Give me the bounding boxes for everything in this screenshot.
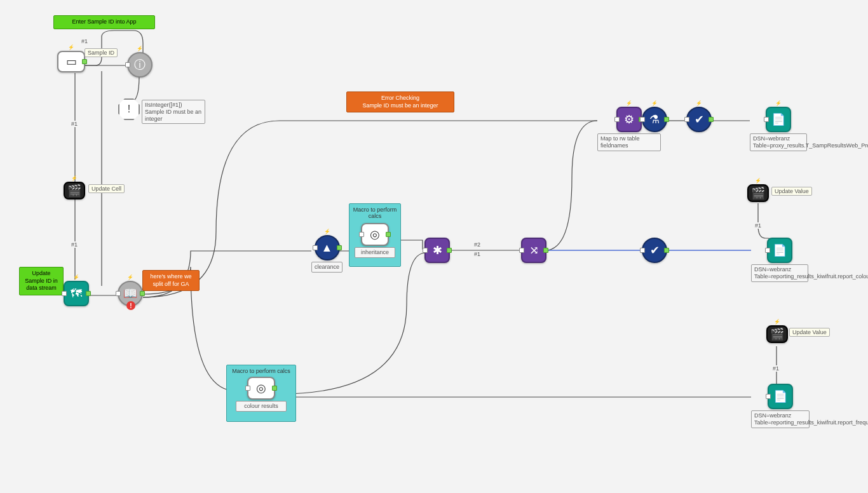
action-tool-update-value-2[interactable]: ⚡ 🎬 bbox=[766, 325, 788, 343]
lightning-icon: ⚡ bbox=[775, 100, 782, 106]
error-indicator-icon: ! bbox=[126, 301, 135, 310]
label-map-fieldnames: Map to rw table fieldnames bbox=[597, 133, 661, 151]
lightning-icon: ⚡ bbox=[137, 46, 143, 51]
lightning-icon: ⚡ bbox=[71, 175, 78, 181]
message-tool[interactable]: ⚡ ⓘ bbox=[127, 52, 153, 78]
select-tool-top[interactable]: ⚡ ✔ bbox=[686, 107, 712, 132]
lightning-icon: ⚡ bbox=[68, 44, 74, 50]
wire-label-2: #2 bbox=[473, 241, 482, 248]
output-tool-1[interactable]: ⚡ 📄 DSN=webranz Table=proxy_results.T_Sa… bbox=[750, 107, 807, 151]
label-update-value-1: Update Value bbox=[771, 187, 812, 196]
macro-container-1[interactable]: Macro to perform calcs ◎ inheritance bbox=[349, 203, 401, 267]
wire-label-1c: #1 bbox=[70, 241, 79, 248]
lightning-icon: ⚡ bbox=[755, 178, 761, 184]
macro-title-1: Macro to perform calcs bbox=[352, 206, 398, 219]
dynamic-select-tool[interactable]: ⚡ 📖 ! bbox=[118, 281, 143, 306]
annotation-split-ga[interactable]: here's where we split off for GA bbox=[142, 270, 200, 291]
label-update-cell: Update Cell bbox=[88, 184, 125, 193]
label-inheritance: inheritance bbox=[355, 247, 395, 258]
macro-title-2: Macro to perform calcs bbox=[229, 368, 293, 374]
macro-container-2[interactable]: Macro to perform calcs ◎ colour results bbox=[226, 365, 296, 422]
annotation-update-sample[interactable]: Update Sample ID in data stream bbox=[19, 267, 64, 295]
output-caption-1: DSN=webranz Table=proxy_results.T_SampRe… bbox=[750, 133, 807, 151]
lightning-icon: ⚡ bbox=[696, 100, 702, 106]
output-caption-2: DSN=webranz Table=reporting_results_kiwi… bbox=[751, 264, 808, 282]
label-clearance: clearance bbox=[311, 262, 342, 273]
label-update-value-2: Update Value bbox=[789, 328, 830, 337]
annotation-enter-sample[interactable]: Enter Sample ID into App bbox=[53, 15, 155, 29]
label-sample-id: Sample ID bbox=[85, 48, 118, 57]
error-tool[interactable]: ! bbox=[118, 98, 140, 120]
wire-label-1b: #1 bbox=[70, 121, 79, 127]
wire-label-1d: #1 bbox=[473, 251, 482, 257]
text-input-tool[interactable]: ⚡ ▭ bbox=[57, 51, 85, 72]
action-tool-update-cell[interactable]: ⚡ 🎬 bbox=[64, 182, 85, 199]
lightning-icon: ⚡ bbox=[626, 100, 632, 106]
formula-tool-flask[interactable]: ⚡ ⚗ bbox=[642, 107, 667, 132]
annotation-error-check[interactable]: Error Checking Sample ID must be an inte… bbox=[346, 91, 454, 112]
wire-label-1f: #1 bbox=[771, 365, 780, 372]
union-tool[interactable]: ✱ bbox=[424, 238, 450, 263]
lightning-icon: ⚡ bbox=[651, 100, 658, 106]
action-tool-update-value-1[interactable]: ⚡ 🎬 bbox=[747, 184, 769, 202]
tooltip-isinteger: IIsInteger([#1]) Sample ID must be an in… bbox=[142, 100, 205, 124]
lightning-icon: ⚡ bbox=[127, 274, 133, 280]
select-tool-mid[interactable]: ✔ bbox=[642, 238, 667, 263]
lightning-icon: ⚡ bbox=[73, 274, 79, 280]
wire-label-1a: #1 bbox=[80, 38, 89, 44]
output-tool-2[interactable]: 📄 DSN=webranz Table=reporting_results_ki… bbox=[751, 238, 808, 282]
transpose-tool[interactable]: ⤨ bbox=[521, 238, 546, 263]
output-tool-3[interactable]: 📄 DSN=webranz Table=reporting_results_ki… bbox=[751, 384, 810, 428]
lightning-icon: ⚡ bbox=[324, 229, 330, 234]
output-caption-3: DSN=webranz Table=reporting_results_kiwi… bbox=[751, 410, 810, 428]
clearance-tool[interactable]: ⚡ ▲ clearance bbox=[311, 235, 342, 273]
dynamic-input-tool[interactable]: ⚡ 🗺 bbox=[64, 281, 89, 306]
wire-label-1e: #1 bbox=[754, 222, 763, 229]
lightning-icon: ⚡ bbox=[774, 319, 780, 325]
label-colour-results: colour results bbox=[236, 401, 287, 412]
